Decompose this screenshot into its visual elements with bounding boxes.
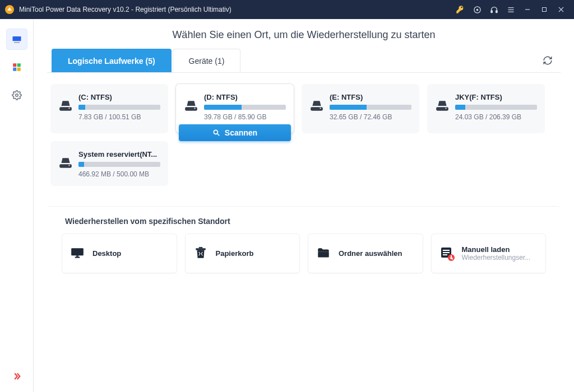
sidebar-item-recovery[interactable]: [7, 29, 27, 49]
drive-name: System reserviert(NT...: [78, 150, 160, 158]
svg-rect-7: [508, 11, 513, 12]
close-icon[interactable]: [553, 2, 570, 17]
location-card-desktop[interactable]: Desktop: [62, 234, 177, 273]
usage-bar: [78, 105, 160, 110]
drive-usage: 32.65 GB / 72.46 GB: [330, 113, 411, 121]
drive-card[interactable]: JKY(F: NTFS)24.03 GB / 206.39 GB: [427, 84, 545, 133]
drive-grid: (C: NTFS)7.83 GB / 100.51 GB(D: NTFS)39.…: [47, 73, 561, 186]
page-heading: Wählen Sie einen Ort, um die Wiederherst…: [34, 19, 574, 45]
svg-rect-13: [14, 42, 20, 43]
usage-bar: [455, 105, 537, 110]
folder-icon: [316, 246, 332, 262]
drive-icon: [435, 99, 452, 113]
drive-usage: 466.92 MB / 500.00 MB: [78, 170, 160, 178]
sidebar: [0, 19, 34, 392]
location-grid: DesktopPapierkorbOrdner auswählenManuell…: [50, 234, 557, 273]
disc-icon[interactable]: [469, 2, 485, 17]
desktop-icon: [70, 246, 86, 262]
drive-name: (E: NTFS): [330, 93, 411, 101]
drive-usage: 7.83 GB / 100.51 GB: [78, 113, 160, 121]
trash-icon: [193, 246, 209, 262]
app-title: MiniTool Power Data Recovery v10.2 - Reg…: [19, 6, 232, 13]
drive-name: JKY(F: NTFS): [455, 93, 537, 101]
svg-rect-16: [13, 68, 16, 71]
scan-button[interactable]: Scannen: [179, 124, 291, 141]
headphones-icon[interactable]: [485, 2, 502, 17]
location-title: Manuell laden: [462, 245, 531, 254]
tabs-row: Logische Laufwerke (5) Geräte (1): [47, 49, 561, 73]
location-title: Papierkorb: [216, 249, 254, 258]
manual-icon: [439, 246, 455, 262]
svg-rect-25: [198, 247, 202, 248]
svg-rect-4: [496, 10, 497, 12]
drive-icon: [184, 99, 201, 113]
drive-card[interactable]: System reserviert(NT...466.92 MB / 500.0…: [50, 141, 168, 186]
drive-card[interactable]: (C: NTFS)7.83 GB / 100.51 GB: [50, 84, 168, 133]
drive-icon: [309, 99, 326, 113]
location-card-folder[interactable]: Ordner auswählen: [308, 234, 423, 273]
scan-label: Scannen: [225, 128, 257, 137]
svg-rect-23: [76, 255, 78, 256]
minimize-icon[interactable]: [519, 2, 536, 17]
location-card-manual[interactable]: Manuell ladenWiederherstellungser...: [431, 234, 547, 273]
svg-rect-30: [443, 254, 447, 255]
drive-card[interactable]: (E: NTFS)32.65 GB / 72.46 GB: [302, 84, 419, 133]
svg-line-20: [217, 134, 220, 136]
refresh-button[interactable]: [539, 52, 556, 69]
svg-rect-28: [443, 250, 450, 251]
svg-rect-21: [71, 248, 84, 255]
tab-label: Geräte (1): [189, 57, 225, 66]
drive-usage: 39.78 GB / 85.90 GB: [204, 113, 286, 121]
svg-rect-14: [13, 63, 16, 67]
drive-usage: 24.03 GB / 206.39 GB: [455, 113, 537, 121]
tab-devices[interactable]: Geräte (1): [173, 49, 241, 72]
sidebar-item-settings[interactable]: [7, 85, 27, 105]
location-title: Ordner auswählen: [339, 249, 402, 258]
svg-rect-5: [508, 7, 513, 8]
drive-name: (D: NTFS): [204, 93, 286, 101]
sidebar-item-apps[interactable]: [7, 57, 27, 77]
svg-rect-3: [490, 10, 492, 12]
svg-point-19: [214, 130, 217, 134]
drive-icon: [58, 99, 75, 113]
usage-bar: [330, 105, 411, 110]
usage-bar: [204, 105, 286, 110]
drive-icon: [58, 156, 75, 170]
svg-point-2: [476, 9, 478, 11]
search-icon: [212, 129, 220, 137]
tab-logical-drives[interactable]: Logische Laufwerke (5): [52, 49, 172, 72]
svg-rect-15: [17, 63, 20, 67]
drive-card[interactable]: (D: NTFS)39.78 GB / 85.90 GBScannen: [176, 84, 294, 133]
maximize-icon[interactable]: [536, 2, 553, 17]
menu-icon[interactable]: [502, 2, 519, 17]
svg-rect-12: [12, 36, 21, 41]
svg-rect-26: [318, 251, 329, 257]
svg-rect-17: [17, 68, 20, 71]
svg-rect-6: [508, 9, 513, 10]
main-area: Wählen Sie einen Ort, um die Wiederherst…: [34, 19, 574, 392]
svg-rect-22: [75, 256, 80, 258]
drives-panel: Logische Laufwerke (5) Geräte (1) (C: NT…: [47, 49, 561, 186]
svg-rect-9: [543, 8, 547, 12]
location-title: Desktop: [92, 249, 121, 258]
titlebar: MiniTool Power Data Recovery v10.2 - Reg…: [0, 0, 574, 19]
key-icon[interactable]: [452, 2, 469, 17]
svg-rect-24: [196, 248, 205, 250]
app-icon: [4, 4, 15, 15]
sidebar-expand-button[interactable]: [7, 366, 27, 386]
location-subtitle: Wiederherstellungser...: [462, 254, 531, 262]
svg-rect-29: [443, 252, 450, 253]
tab-label: Logische Laufwerke (5): [68, 57, 155, 66]
specific-heading: Wiederherstellen vom spezifischen Stando…: [50, 217, 557, 234]
specific-location-panel: Wiederherstellen vom spezifischen Stando…: [47, 206, 561, 286]
svg-point-18: [15, 94, 18, 97]
location-card-trash[interactable]: Papierkorb: [185, 234, 300, 273]
usage-bar: [78, 162, 160, 167]
drive-name: (C: NTFS): [78, 93, 160, 101]
